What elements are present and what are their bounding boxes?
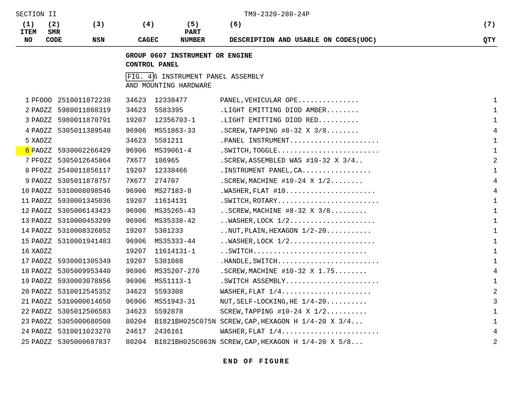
cell-cagec: 19207 xyxy=(126,247,155,256)
cell-item: 8 xyxy=(16,166,31,176)
cell-smr: PAOZZ xyxy=(31,126,58,136)
table-row: 19 PAOZZ 5930003078856 96906 MS51113-1 .… xyxy=(16,277,497,286)
cell-part: MS39061-4 xyxy=(155,146,215,156)
cell-nsn: 5930001305349 xyxy=(58,257,126,266)
col1-num: (1) xyxy=(16,20,41,28)
table-row: 17 PAOZZ 5930001305349 19207 5381088 .HA… xyxy=(16,257,497,266)
table-row: 25 PAOZZ 5305000687837 80204 B1821BH025C… xyxy=(16,338,497,347)
cell-nsn: 5930002266429 xyxy=(58,146,126,156)
cell-cagec: 96906 xyxy=(126,207,155,216)
page: SECTION II TM9-2320-280-24P (1) (2) (3) … xyxy=(16,10,497,365)
cell-desc: NUT,SELF-LOCKING,HE 1/4-20.......... xyxy=(215,297,482,307)
cell-nsn: 5305011878757 xyxy=(58,177,126,186)
table-row: 24 PAOZZ 5310011023270 24617 2436161 WAS… xyxy=(16,327,497,337)
cell-qty: 1 xyxy=(482,227,497,236)
group-title-line2: CONTROL PANEL xyxy=(16,61,497,69)
cell-part: 11614131 xyxy=(155,197,215,206)
col-header-row1: (1) (2) (3) (4) (5) (6) (7) xyxy=(16,20,497,28)
cell-smr: PAOZZ xyxy=(31,297,58,307)
table-row: 3 PAOZZ 5980011870791 19207 12356703-1 .… xyxy=(16,116,497,125)
cell-item: 21 xyxy=(16,297,31,307)
table-row: 16 XAOZZ 19207 11614131-1 ..SWITCH......… xyxy=(16,247,497,256)
table-row: 12 PAOZZ 5305006143423 96906 MS35265-43 … xyxy=(16,207,497,216)
cell-desc: WASHER,FLAT 1/4...................... xyxy=(215,287,482,297)
cell-nsn: 5930001345036 xyxy=(58,197,126,206)
cell-part: 12356703-1 xyxy=(155,116,215,125)
cell-cagec: 19207 xyxy=(126,257,155,266)
cell-nsn: 5310008326852 xyxy=(58,227,126,236)
table-row: 22 PAOZZ 5305012506583 34623 5592878 SCR… xyxy=(16,307,497,317)
cell-smr: PAOZZ xyxy=(31,116,58,125)
cell-smr: PAOZZ xyxy=(31,317,58,327)
cell-item: 23 xyxy=(16,317,31,327)
cell-item: 7 xyxy=(16,156,31,166)
cell-qty: 1 xyxy=(482,96,497,105)
cell-qty: 4 xyxy=(482,267,497,276)
section-header: SECTION II TM9-2320-280-24P xyxy=(16,10,497,18)
table-row: 9 PAOZZ 5305011878757 7X677 274707 .SCRE… xyxy=(16,177,497,186)
cell-cagec: 80204 xyxy=(126,338,155,347)
cell-smr: PAOZZ xyxy=(31,338,58,347)
cell-cagec: 96906 xyxy=(126,277,155,286)
cell-smr: PAOZZ xyxy=(31,177,58,186)
header-divider xyxy=(16,46,497,47)
cell-qty: 4 xyxy=(482,327,497,337)
cell-desc: .SWITCH ASSEMBLY....................... xyxy=(215,277,482,286)
table-row: 18 PAOZZ 5305009953440 96906 MS35207-270… xyxy=(16,267,497,276)
cell-nsn: 5310000453299 xyxy=(58,217,126,226)
cell-item: 1 xyxy=(16,96,31,105)
col-header-row2: ITEM SMR PART xyxy=(16,28,497,36)
cell-desc: SCREW,TAPPING #10-24 X 1/2.......... xyxy=(215,307,482,317)
cell-qty: 2 xyxy=(482,156,497,166)
cell-desc: SCREW,CAP,HEXAGON H 1/4-20 X 5/8... xyxy=(215,338,482,347)
cell-desc: SCREW,CAP,HEXAGON H 1/4-20 X 3/4... xyxy=(215,317,482,327)
table-row: 13 PAOZZ 5310000453299 96906 MS35338-42 … xyxy=(16,217,497,226)
cell-qty: 1 xyxy=(482,307,497,317)
cell-smr: PAOZZ xyxy=(31,327,58,337)
data-table: 1 PFOOO 2510011872238 34623 12338477 PAN… xyxy=(16,96,497,347)
cell-nsn: 2510011872238 xyxy=(58,96,126,105)
table-row: 10 PAOZZ 5310008098546 96906 MS27183-8 .… xyxy=(16,187,497,196)
col7-label-qty: QTY xyxy=(482,36,497,44)
cell-part: B1821BH025C063N xyxy=(155,338,215,347)
cell-smr: PAOZZ xyxy=(31,267,58,276)
cell-qty: 1 xyxy=(482,317,497,327)
cell-desc: .SCREW,MACHINE #10-32 X 1.75........ xyxy=(215,267,482,276)
col2-label-code: CODE xyxy=(41,36,67,44)
cell-cagec: 19207 xyxy=(126,227,155,236)
cell-item: 19 xyxy=(16,277,31,286)
col3-label-empty xyxy=(67,28,130,36)
cell-qty: 1 xyxy=(482,257,497,266)
table-row: 8 PFOZZ 2540011856117 19207 12338466 .IN… xyxy=(16,166,497,176)
cell-desc: WASHER,FLAT 1/4........................ xyxy=(215,327,482,337)
cell-part: 5381088 xyxy=(155,257,215,266)
cell-desc: .INSTRUMENT PANEL,CA................. xyxy=(215,166,482,176)
cell-cagec: 34623 xyxy=(126,136,155,146)
table-row: 5 XAOZZ 34623 5581211 .PANEL INSTRUMENT.… xyxy=(16,136,497,146)
cell-smr: PAOZZ xyxy=(31,287,58,297)
cell-part: MS35333-44 xyxy=(155,237,215,246)
cell-smr: PFOOO xyxy=(31,96,58,105)
col4-num: (4) xyxy=(130,20,167,28)
cell-smr: PAOZZ xyxy=(31,217,58,226)
cell-smr: PAOZZ xyxy=(31,106,58,115)
cell-desc: .HANDLE,SWITCH......................... xyxy=(215,257,482,266)
cell-desc: .SWITCH,TOGGLE......................... xyxy=(215,146,482,156)
cell-desc: ..SCREW,MACHINE #8-32 X 3/8......... xyxy=(215,207,482,216)
cell-cagec: 96906 xyxy=(126,146,155,156)
cell-part: 5593308 xyxy=(155,287,215,297)
cell-part: MS35265-43 xyxy=(155,207,215,216)
col2-num: (2) xyxy=(41,20,67,28)
cell-desc: ..WASHER,LOCK 1/2..................... xyxy=(215,237,482,246)
cell-item: 9 xyxy=(16,177,31,186)
cell-smr: PAOZZ xyxy=(31,146,58,156)
cell-cagec: 96906 xyxy=(126,237,155,246)
cell-nsn: 5305000680508 xyxy=(58,317,126,327)
cell-smr: PAOZZ xyxy=(31,207,58,216)
cell-item: 17 xyxy=(16,257,31,266)
cell-desc: ..SWITCH............................ xyxy=(215,247,482,256)
cell-desc: .SCREW,MACHINE #10-24 X 1/2........ xyxy=(215,177,482,186)
section-label: SECTION II xyxy=(16,10,57,18)
col5-label-part: PART xyxy=(167,28,219,36)
cell-part: 5592878 xyxy=(155,307,215,317)
